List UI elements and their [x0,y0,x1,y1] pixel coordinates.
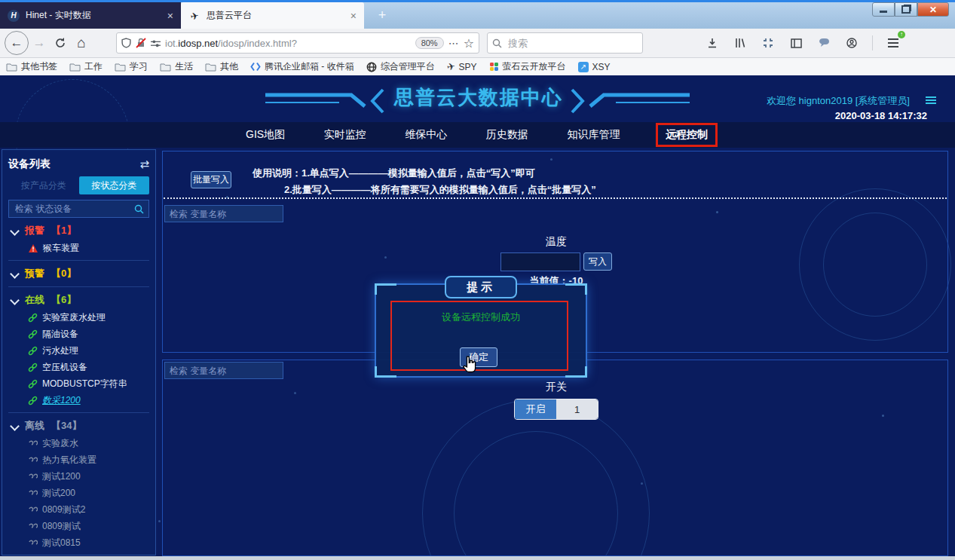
menu-hamburger-icon[interactable]: ↑ [883,32,904,54]
account-icon[interactable] [841,32,862,54]
downloads-icon[interactable] [702,32,723,54]
insecure-lock-icon[interactable] [136,38,146,48]
dialog-success-message: 设备远程控制成功 [376,311,586,324]
tab-close-icon[interactable]: × [350,10,357,22]
broken-link-icon [28,522,38,531]
bookmark-item[interactable]: ✈ SPY [447,61,477,72]
bookmark-item[interactable]: 腾讯企业邮箱 - 收件箱 [250,60,354,73]
forward-button[interactable]: → [29,32,50,54]
divider [8,260,149,261]
device-search-input[interactable] [14,203,134,215]
page-actions-icon[interactable]: ⋯ [448,37,459,49]
nav-history-data[interactable]: 历史数据 [483,127,531,143]
search-bar[interactable] [487,32,643,54]
folder-icon [69,63,81,72]
device-item[interactable]: 空压机设备 [28,361,149,373]
tab-by-product[interactable]: 按产品分类 [8,176,79,194]
device-item[interactable]: 0809测试 [28,520,149,532]
device-item[interactable]: MODBUSTCP字符串 [28,378,149,390]
bottom-strip [0,556,955,560]
device-item[interactable]: 隔油设备 [28,328,149,340]
switch-on-button[interactable]: 开启 [515,399,556,419]
write-button[interactable]: 写入 [583,252,612,271]
broken-link-icon [28,505,38,515]
new-tab-button[interactable]: + [372,6,392,24]
group-online[interactable]: 在线 【6】 [8,293,149,307]
dialog-corner [565,366,587,378]
device-item[interactable]: 测试1200 [28,470,149,482]
nav-menu: GIS地图 实时监控 维保中心 历史数据 知识库管理 远程控制 [0,122,955,148]
list-icon[interactable] [926,96,936,98]
bookmark-item[interactable]: 工作 [69,60,103,73]
bookmark-item[interactable]: 生活 [160,60,193,73]
url-text[interactable]: iot.idosp.net/idosp/index.html? [165,38,411,49]
minimize-button[interactable] [872,2,895,17]
reload-button[interactable] [50,32,71,54]
bookmark-item[interactable]: 综合管理平台 [366,60,435,73]
folder-icon [160,63,171,72]
datetime-text: 2020-03-18 14:17:32 [835,110,927,121]
nav-remote-control[interactable]: 远程控制 [656,123,718,147]
back-button[interactable]: ← [5,31,29,55]
switch-toggle[interactable]: 开启 1 [514,399,598,420]
tab-title: 思普云平台 [207,9,344,22]
window-controls: ✕ [872,2,949,17]
screenshot-icon[interactable] [758,32,779,54]
nav-knowledge-base[interactable]: 知识库管理 [564,127,623,143]
device-item-selected[interactable]: 数采1200 [28,394,149,406]
bookmark-item[interactable]: 学习 [115,60,148,73]
close-button[interactable]: ✕ [917,2,949,17]
device-item[interactable]: 测试200 [28,487,149,499]
bookmark-star-icon[interactable]: ☆ [464,36,474,50]
device-item[interactable]: 实验室废水处理 [28,311,149,323]
bookmark-item[interactable]: 其他书签 [6,60,57,73]
variable-name-label: 温度 [481,235,632,249]
permissions-icon[interactable] [151,38,161,48]
home-button[interactable]: ⌂ [71,32,92,54]
device-item[interactable]: 污水处理 [28,344,149,357]
tracking-shield-icon[interactable] [121,38,131,48]
nav-realtime-monitor[interactable]: 实时监控 [321,127,369,143]
chat-bubble-icon[interactable] [813,32,834,54]
variable-search-input[interactable] [164,362,283,379]
device-item[interactable]: 猴车装置 [28,242,149,254]
search-input[interactable] [507,37,615,50]
tab-close-icon[interactable]: × [167,10,173,22]
bookmark-item[interactable]: 萤石云开放平台 [489,60,566,73]
library-icon[interactable] [730,32,751,54]
restore-button[interactable] [895,2,917,17]
sidebar-toggle-icon[interactable] [785,32,807,54]
nav-maintenance-center[interactable]: 维保中心 [402,127,450,143]
tab-by-status[interactable]: 按状态分类 [79,176,150,194]
tab-title: Hinet - 实时数据 [26,9,161,22]
group-alarm[interactable]: 报警 【1】 [8,224,149,237]
device-item[interactable]: 实验废水 [28,437,149,449]
chevron-down-icon [10,226,20,236]
url-bar[interactable]: iot.idosp.net/idosp/index.html? 80% ⋯ ☆ [116,32,479,54]
bookmark-item[interactable]: 其他 [205,60,238,73]
divider [8,412,149,413]
alarm-triangle-icon [28,243,38,253]
group-offline[interactable]: 离线 【34】 [8,419,149,433]
title-decor-right [567,87,691,115]
bookmark-item[interactable]: ↗ XSY [578,62,611,72]
zoom-level-badge[interactable]: 80% [415,37,444,49]
search-icon [134,204,144,214]
device-search-box[interactable] [8,200,149,218]
broken-link-icon [28,455,38,465]
browser-tab-hinet[interactable]: H Hinet - 实时数据 × [0,2,181,29]
device-item[interactable]: 0809测试2 [28,503,149,516]
page-title: 思普云大数据中心 [392,84,565,111]
batch-write-button[interactable]: 批量写入 [191,171,231,188]
group-warning[interactable]: 预警 【0】 [8,267,149,280]
temperature-value-input[interactable] [500,252,580,271]
browser-tab-sipu[interactable]: ✈ 思普云平台 × [181,2,364,29]
screen: H Hinet - 实时数据 × ✈ 思普云平台 × + ✕ ← → ⌂ [0,0,955,560]
link-icon [28,313,38,323]
nav-gis-map[interactable]: GIS地图 [243,127,288,143]
device-item[interactable]: 测试0815 [28,537,149,549]
mouse-cursor-hand [461,356,478,375]
variable-search-input[interactable] [164,205,283,222]
swap-icon[interactable]: ⇄ [139,158,149,171]
device-item[interactable]: 热力氧化装置 [28,454,149,466]
